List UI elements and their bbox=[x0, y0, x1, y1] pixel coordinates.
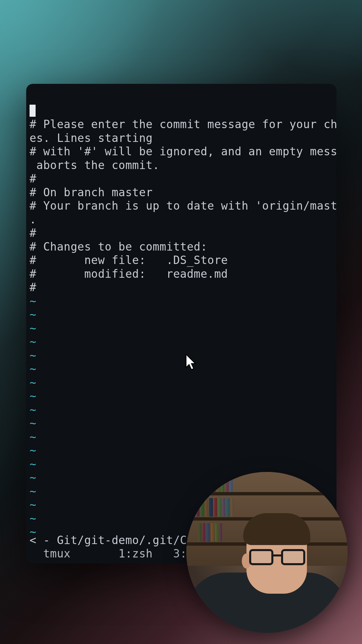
webcam-overlay bbox=[186, 472, 348, 633]
text-cursor bbox=[30, 105, 36, 117]
commit-comment-line: # new file: .DS_Store bbox=[30, 254, 228, 267]
commit-comment-line: # with '#' will be ignored, and an empty… bbox=[30, 145, 336, 158]
tmux-session-name[interactable]: tmux bbox=[43, 547, 71, 560]
commit-comment-line: es. Lines starting bbox=[30, 131, 153, 145]
commit-comment-line: # Changes to be committed: bbox=[30, 240, 208, 253]
commit-comment-line: # modified: readme.md bbox=[30, 267, 228, 280]
commit-comment-line: . bbox=[30, 213, 36, 226]
commit-comment-line: # On branch master bbox=[30, 186, 153, 199]
commit-comment-line: aborts the commit. bbox=[30, 159, 160, 172]
mouse-pointer-icon bbox=[185, 354, 198, 372]
commit-comment-line: # Your branch is up to date with 'origin… bbox=[30, 199, 336, 212]
commit-comment-line: # bbox=[30, 172, 36, 185]
editor-buffer[interactable]: # Please enter the commit message for yo… bbox=[30, 91, 333, 539]
tmux-window-1[interactable]: 1:zsh bbox=[119, 547, 153, 560]
commit-comment-line: # bbox=[30, 226, 36, 239]
webcam-scene bbox=[186, 472, 348, 633]
commit-comment-line: # bbox=[30, 281, 36, 294]
commit-comment-line: # Please enter the commit message for yo… bbox=[30, 118, 336, 131]
